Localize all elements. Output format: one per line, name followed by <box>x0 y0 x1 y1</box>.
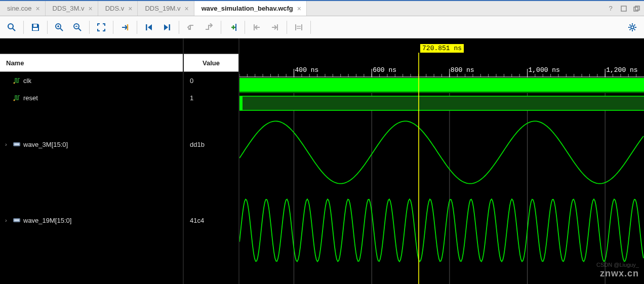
svg-rect-108 <box>239 78 644 93</box>
column-header-value[interactable]: Value <box>184 54 238 72</box>
tab-label: sine.coe <box>7 5 31 12</box>
svg-line-32 <box>634 24 635 25</box>
next-transition-button[interactable] <box>200 19 218 36</box>
clock-signal-icon <box>12 76 21 85</box>
clock-signal-icon <box>12 94 21 102</box>
close-icon[interactable]: × <box>35 5 39 13</box>
tab-label: DDS_19M.v <box>145 5 180 12</box>
svg-line-4 <box>13 28 15 31</box>
close-icon[interactable]: × <box>184 5 188 13</box>
svg-point-33 <box>14 83 15 84</box>
prev-transition-button[interactable] <box>182 19 199 36</box>
bus-signal-icon <box>12 216 21 224</box>
maximize-icon[interactable] <box>620 5 628 13</box>
restore-icon[interactable] <box>633 5 641 13</box>
watermark-text: znwx.cn <box>600 268 639 279</box>
waveform-canvas[interactable]: 400 ns600 ns800 ns1,000 ns1,200 ns <box>239 38 644 284</box>
editor-tabs: sine.coe× DDS_3M.v× DDS.v× DDS_19M.v× wa… <box>0 1 644 16</box>
svg-rect-36 <box>14 143 19 145</box>
signal-name-panel: Name clk reset › wave_3M[15:0] <box>0 38 184 284</box>
signal-row-reset[interactable]: reset <box>0 89 183 106</box>
watermark-text: CSDN @Liuguy_ <box>596 262 639 268</box>
close-icon[interactable]: × <box>297 5 301 13</box>
settings-button[interactable] <box>624 19 641 36</box>
tab-dds-19m[interactable]: DDS_19M.v× <box>138 1 194 16</box>
svg-point-34 <box>14 100 15 101</box>
signal-name: reset <box>23 94 38 102</box>
svg-rect-2 <box>635 6 639 10</box>
svg-rect-5 <box>33 24 37 27</box>
prev-marker-button[interactable] <box>248 19 265 36</box>
signal-value: 1 <box>184 89 238 106</box>
search-button[interactable] <box>3 19 20 36</box>
svg-line-29 <box>630 24 631 25</box>
svg-text:1,000 ns: 1,000 ns <box>529 66 560 74</box>
next-marker-button[interactable] <box>266 19 284 36</box>
signal-name: wave_3M[15:0] <box>23 141 68 148</box>
svg-text:400 ns: 400 ns <box>295 66 319 74</box>
svg-text:1,200 ns: 1,200 ns <box>606 66 637 74</box>
signal-name: wave_19M[15:0] <box>23 217 71 224</box>
svg-line-8 <box>60 28 63 31</box>
svg-rect-16 <box>169 24 171 30</box>
signal-value: 41c4 <box>184 182 238 258</box>
svg-line-30 <box>634 29 635 30</box>
close-icon[interactable]: × <box>88 5 92 13</box>
svg-rect-0 <box>621 6 626 11</box>
swap-markers-button[interactable] <box>290 19 307 36</box>
expand-icon[interactable]: › <box>5 141 12 147</box>
tab-label: wave_simulation_behav.wcfg <box>202 5 293 12</box>
zoom-out-button[interactable] <box>69 19 86 36</box>
expand-icon[interactable]: › <box>5 217 12 223</box>
signal-row-wave-19m[interactable]: › wave_19M[15:0] <box>0 182 183 258</box>
waveform-viewport[interactable]: 720.851 ns 400 ns600 ns800 ns1,000 ns1,2… <box>239 38 644 284</box>
signal-value: dd1b <box>184 106 238 182</box>
close-icon[interactable]: × <box>128 5 132 13</box>
signal-row-clk[interactable]: clk <box>0 72 183 89</box>
tab-dds-3m[interactable]: DDS_3M.v× <box>46 1 98 16</box>
save-button[interactable] <box>27 19 44 36</box>
waveform-toolbar <box>0 16 644 38</box>
add-marker-button[interactable] <box>224 19 242 36</box>
tab-dds[interactable]: DDS.v× <box>98 1 138 16</box>
tab-label: DDS_3M.v <box>53 5 85 12</box>
tab-wave-simulation[interactable]: wave_simulation_behav.wcfg× <box>194 1 307 16</box>
go-to-start-button[interactable] <box>140 19 157 36</box>
cursor-time-label[interactable]: 720.851 ns <box>420 44 464 53</box>
tab-label: DDS.v <box>105 5 125 12</box>
svg-rect-15 <box>146 24 147 30</box>
svg-rect-1 <box>634 7 638 11</box>
signal-row-wave-3m[interactable]: › wave_3M[15:0] <box>0 106 183 182</box>
svg-line-31 <box>630 29 631 30</box>
svg-rect-6 <box>33 28 38 30</box>
svg-rect-110 <box>239 96 644 110</box>
svg-rect-113 <box>239 96 243 110</box>
signal-value-panel: Value 0 1 dd1b 41c4 <box>184 38 239 284</box>
zoom-fit-button[interactable] <box>93 19 110 36</box>
svg-rect-38 <box>14 219 19 221</box>
svg-line-12 <box>78 28 81 31</box>
bus-signal-icon <box>12 140 21 148</box>
go-to-cursor-button[interactable] <box>116 19 134 36</box>
column-header-name[interactable]: Name <box>0 54 183 72</box>
signal-value: 0 <box>184 72 238 89</box>
help-icon[interactable]: ? <box>607 5 615 13</box>
svg-point-3 <box>8 24 13 29</box>
svg-rect-109 <box>239 92 644 93</box>
svg-text:600 ns: 600 ns <box>373 66 396 74</box>
tab-sine-coe[interactable]: sine.coe× <box>0 1 46 16</box>
signal-name: clk <box>23 77 31 85</box>
go-to-end-button[interactable] <box>158 19 176 36</box>
zoom-in-button[interactable] <box>51 19 68 36</box>
svg-point-24 <box>631 26 634 29</box>
svg-text:800 ns: 800 ns <box>451 66 474 74</box>
